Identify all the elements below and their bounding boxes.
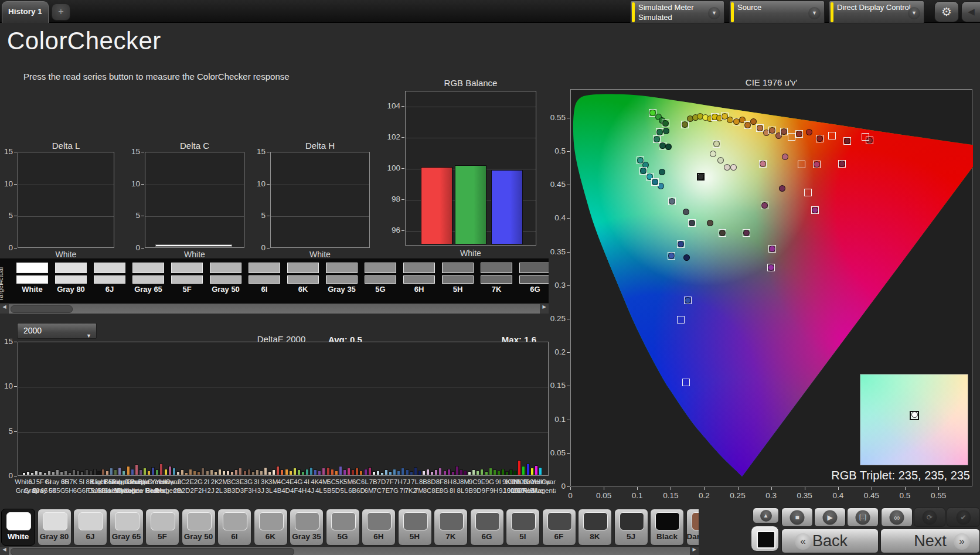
deltae-bar-label: 4F xyxy=(290,487,298,494)
patch-button[interactable]: 7K xyxy=(434,509,468,546)
display-control-dropdown[interactable]: Direct Display Control ▼ xyxy=(829,1,924,24)
patch-button[interactable]: 5G xyxy=(326,509,360,546)
refresh-button[interactable]: ⟳ xyxy=(914,508,945,527)
pattern-preview-swatch xyxy=(757,531,775,549)
deltae-bar xyxy=(135,465,138,475)
settings-button[interactable]: ⚙ xyxy=(934,1,959,22)
patch-button[interactable]: 5F xyxy=(145,509,179,546)
deltae-bar-label: 4B xyxy=(273,487,281,494)
deltae-bar-label: 8I xyxy=(450,487,455,494)
cie-target-square xyxy=(862,133,869,141)
patch-button[interactable]: 6F xyxy=(542,509,576,546)
strip-scrollbar-thumb[interactable] xyxy=(11,305,73,313)
scroll-left-icon[interactable]: ◀ xyxy=(0,547,9,555)
deltae-bar xyxy=(360,471,362,475)
scroll-right-icon[interactable]: ▶ xyxy=(690,547,699,555)
patch-button[interactable]: 6H xyxy=(362,509,396,546)
rgb-balance-bar xyxy=(491,170,523,244)
deltae-bar xyxy=(518,461,520,475)
chevron-down-icon[interactable]: ▼ xyxy=(708,7,720,19)
read-series-button[interactable]: [‥] xyxy=(847,508,879,527)
deltae-bar-label: 5M xyxy=(343,478,353,485)
axis-tick xyxy=(14,386,17,387)
test-pattern-swatch-button[interactable] xyxy=(751,526,779,551)
patch-button[interactable]: 6I xyxy=(217,509,251,546)
collapse-panel-button[interactable]: ◀ xyxy=(961,1,980,22)
deltae-bar xyxy=(122,471,125,475)
cie-measured-dot xyxy=(662,120,669,127)
patch-button[interactable]: White xyxy=(1,509,35,546)
patch-button[interactable]: Dark Skin xyxy=(686,509,699,546)
deltae-bar-label: 6K xyxy=(49,487,57,494)
deltae-bar xyxy=(431,472,433,475)
expand-panel-button[interactable]: ▲ xyxy=(753,508,779,523)
patch-button[interactable]: Black xyxy=(650,509,684,546)
chevron-down-icon[interactable]: ▼ xyxy=(808,7,821,19)
cie-measured-dot xyxy=(782,154,788,160)
deltae-bar xyxy=(401,468,404,475)
axis-tick xyxy=(567,118,570,118)
strip-actual-swatch xyxy=(94,263,125,273)
deltae-bar xyxy=(389,472,392,475)
deltae-formula-dropdown[interactable]: 2000 ▼ xyxy=(17,323,97,339)
axis-tick-label: 10 xyxy=(125,179,140,188)
patch-button[interactable]: 8K xyxy=(578,509,612,546)
deltae-bar-label: 2G xyxy=(194,478,203,485)
patch-label: 6J xyxy=(74,532,107,541)
deltae-bar-label: 9E xyxy=(477,478,485,485)
add-tab-button[interactable]: + xyxy=(52,4,70,21)
deltae-bar xyxy=(227,471,229,475)
scroll-left-icon[interactable]: ◀ xyxy=(0,304,9,314)
read-continuous-button[interactable]: ∞ xyxy=(881,508,913,527)
scroll-right-icon[interactable]: ▶ xyxy=(540,304,549,314)
patch-swatch xyxy=(79,512,103,530)
patch-button[interactable]: Gray 65 xyxy=(110,509,144,546)
axis-tick-label: 0.35 xyxy=(543,247,566,256)
deltae-bar-label: 6G xyxy=(73,487,82,494)
patch-button[interactable]: 5J xyxy=(614,509,648,546)
meter-dropdown[interactable]: Simulated Meter Simulated ▼ xyxy=(630,1,724,24)
strip-actual-swatch xyxy=(16,263,48,273)
rgb-balance-xlabel: White xyxy=(405,248,536,258)
deltae-bar-label: 4E xyxy=(286,478,294,485)
tab-history-1[interactable]: History 1 xyxy=(2,1,49,23)
next-button[interactable]: Next » xyxy=(880,529,980,553)
deltae-bar xyxy=(189,469,192,475)
deltae-bar xyxy=(531,468,533,475)
patch-scrollbar-thumb[interactable] xyxy=(11,548,294,555)
chevron-down-icon[interactable]: ▼ xyxy=(908,7,920,19)
source-dropdown[interactable]: Source ▼ xyxy=(729,1,825,24)
deltae-bar-label: 6H xyxy=(61,478,70,485)
patch-row-scrollbar[interactable]: ◀ ▶ xyxy=(0,547,699,555)
patch-button[interactable]: 6K xyxy=(254,509,288,546)
strip-actual-swatch xyxy=(519,263,549,273)
deltae-bar xyxy=(102,469,104,475)
strip-cell-label: 5H xyxy=(438,285,477,294)
deltae-bar-label: 2B xyxy=(173,487,182,494)
patch-swatch xyxy=(439,512,464,530)
strip-scrollbar[interactable]: ◀ ▶ xyxy=(0,304,549,314)
deltae-bar-label: 6B xyxy=(348,487,356,494)
patch-button[interactable]: Gray 35 xyxy=(290,509,324,546)
axis-tick-label: 0.25 xyxy=(543,314,566,323)
deltae-bar xyxy=(414,468,417,475)
deltae-bar xyxy=(202,468,204,475)
deltae-bar-label: 3F xyxy=(240,487,248,494)
patch-button[interactable]: 6G xyxy=(470,509,504,546)
read-button[interactable]: ▶ xyxy=(814,508,846,527)
back-button[interactable]: « Back xyxy=(781,529,879,553)
patch-button[interactable]: 5H xyxy=(398,509,432,546)
axis-tick-label: 0.45 xyxy=(860,491,883,500)
patch-button[interactable]: Gray 50 xyxy=(182,509,216,546)
accept-button[interactable]: ✔ xyxy=(947,508,980,527)
axis-tick xyxy=(671,487,671,490)
axis-tick-label: 0 xyxy=(0,243,13,252)
strip-target-swatch xyxy=(442,275,474,284)
strip-cell: 6H xyxy=(400,258,438,303)
patch-button[interactable]: 6J xyxy=(73,509,107,546)
patch-button[interactable]: Gray 80 xyxy=(38,509,72,546)
patch-swatch xyxy=(151,512,175,530)
stop-button[interactable]: ■ xyxy=(781,508,813,527)
deltae-bar xyxy=(335,471,338,475)
patch-button[interactable]: 5I xyxy=(506,509,540,546)
